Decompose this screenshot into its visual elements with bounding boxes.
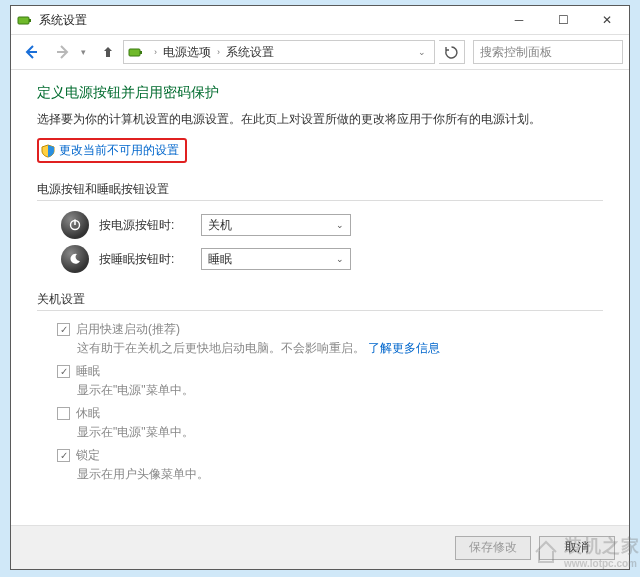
minimize-button[interactable]: ─ <box>497 6 541 34</box>
sleep-label: 睡眠 <box>76 363 100 380</box>
breadcrumb-settings[interactable]: 系统设置 <box>226 44 274 61</box>
hibernate-label: 休眠 <box>76 405 100 422</box>
fast-startup-label: 启用快速启动(推荐) <box>76 321 180 338</box>
lock-desc: 显示在用户头像菜单中。 <box>77 466 603 483</box>
svg-rect-2 <box>129 49 140 56</box>
learn-more-link[interactable]: 了解更多信息 <box>368 341 440 355</box>
section-shutdown-title: 关机设置 <box>37 291 603 308</box>
sleep-button-value: 睡眠 <box>208 251 232 268</box>
svg-rect-3 <box>140 51 142 54</box>
change-unavailable-link[interactable]: 更改当前不可用的设置 <box>37 138 187 163</box>
chevron-down-icon: ⌄ <box>336 220 344 230</box>
hibernate-desc: 显示在"电源"菜单中。 <box>77 424 603 441</box>
moon-icon <box>61 245 89 273</box>
window-title: 系统设置 <box>39 12 87 29</box>
save-button: 保存修改 <box>455 536 531 560</box>
search-input[interactable]: 搜索控制面板 <box>473 40 623 64</box>
fast-startup-desc: 这有助于在关机之后更快地启动电脑。不会影响重启。 了解更多信息 <box>77 340 603 357</box>
shield-icon <box>41 144 55 158</box>
refresh-button[interactable] <box>439 40 465 64</box>
titlebar: 系统设置 ─ ☐ ✕ <box>11 6 629 34</box>
content-area: 定义电源按钮并启用密码保护 选择要为你的计算机设置的电源设置。在此页上对设置所做… <box>11 70 629 525</box>
breadcrumb-power[interactable]: 电源选项 <box>163 44 211 61</box>
chevron-right-icon: › <box>217 47 220 57</box>
history-dropdown[interactable]: ▾ <box>81 47 93 57</box>
chevron-down-icon: ⌄ <box>336 254 344 264</box>
settings-window: 系统设置 ─ ☐ ✕ ▾ › 电源选项 › 系统设置 ⌄ 搜索控制面板 <box>10 5 630 570</box>
svg-rect-1 <box>29 19 31 22</box>
footer: 保存修改 取消 <box>11 525 629 569</box>
divider <box>37 310 603 311</box>
power-button-value: 关机 <box>208 217 232 234</box>
divider <box>37 200 603 201</box>
maximize-button[interactable]: ☐ <box>541 6 585 34</box>
sleep-checkbox: ✓ <box>57 365 70 378</box>
search-placeholder: 搜索控制面板 <box>480 44 552 61</box>
sleep-button-select[interactable]: 睡眠 ⌄ <box>201 248 351 270</box>
power-button-label: 按电源按钮时: <box>99 217 191 234</box>
power-icon <box>61 211 89 239</box>
hibernate-checkbox <box>57 407 70 420</box>
page-description: 选择要为你的计算机设置的电源设置。在此页上对设置所做的更改将应用于你所有的电源计… <box>37 110 603 128</box>
svg-rect-0 <box>18 17 29 24</box>
page-heading: 定义电源按钮并启用密码保护 <box>37 84 603 102</box>
power-button-select[interactable]: 关机 ⌄ <box>201 214 351 236</box>
chevron-right-icon: › <box>154 47 157 57</box>
close-button[interactable]: ✕ <box>585 6 629 34</box>
lock-checkbox: ✓ <box>57 449 70 462</box>
address-bar[interactable]: › 电源选项 › 系统设置 ⌄ <box>123 40 435 64</box>
cancel-button[interactable]: 取消 <box>539 536 615 560</box>
battery-icon <box>128 44 144 60</box>
forward-button <box>49 38 77 66</box>
back-button[interactable] <box>17 38 45 66</box>
sleep-button-label: 按睡眠按钮时: <box>99 251 191 268</box>
battery-icon <box>17 12 33 28</box>
fast-startup-checkbox-row: ✓ 启用快速启动(推荐) <box>57 321 603 338</box>
sleep-desc: 显示在"电源"菜单中。 <box>77 382 603 399</box>
lock-checkbox-row: ✓ 锁定 <box>57 447 603 464</box>
sleep-checkbox-row: ✓ 睡眠 <box>57 363 603 380</box>
toolbar: ▾ › 电源选项 › 系统设置 ⌄ 搜索控制面板 <box>11 34 629 70</box>
lock-label: 锁定 <box>76 447 100 464</box>
hibernate-checkbox-row: 休眠 <box>57 405 603 422</box>
change-unavailable-text: 更改当前不可用的设置 <box>59 142 179 159</box>
sleep-button-row: 按睡眠按钮时: 睡眠 ⌄ <box>61 245 603 273</box>
section-buttons-title: 电源按钮和睡眠按钮设置 <box>37 181 603 198</box>
chevron-down-icon[interactable]: ⌄ <box>414 47 430 57</box>
power-button-row: 按电源按钮时: 关机 ⌄ <box>61 211 603 239</box>
up-button[interactable] <box>97 41 119 63</box>
fast-startup-checkbox: ✓ <box>57 323 70 336</box>
